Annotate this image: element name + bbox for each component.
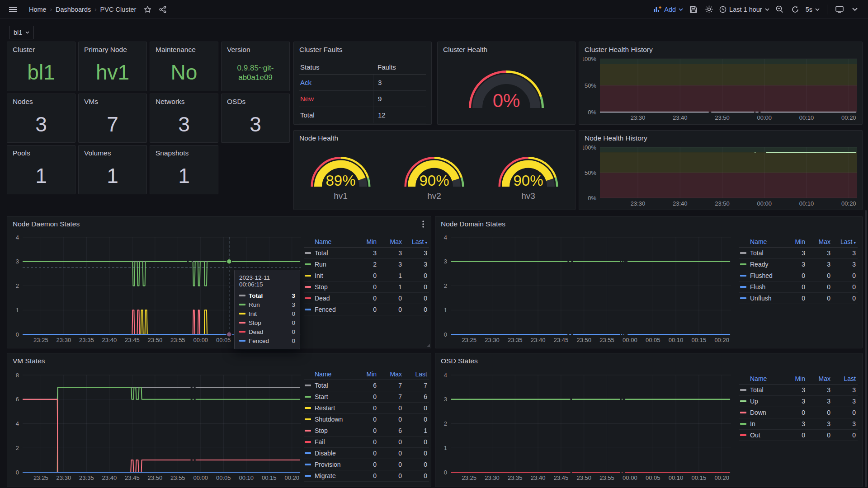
legend-series-toggle[interactable]: Migrate bbox=[304, 472, 353, 479]
legend-series-toggle[interactable]: Flushed bbox=[739, 272, 782, 279]
legend-series-toggle[interactable]: Disable bbox=[304, 450, 353, 457]
panel-title[interactable]: Maintenance bbox=[156, 46, 196, 54]
legend-series-toggle[interactable]: Init bbox=[304, 272, 353, 279]
legend-series-toggle[interactable]: Restart bbox=[304, 404, 353, 412]
legend-series-toggle[interactable]: Total bbox=[304, 382, 353, 389]
legend-header-max[interactable]: Max bbox=[378, 238, 404, 245]
panel-title[interactable]: Node Health bbox=[299, 134, 338, 142]
svg-text:4: 4 bbox=[444, 235, 447, 241]
favorite-button[interactable] bbox=[141, 3, 154, 16]
legend-header-max[interactable]: Max bbox=[807, 238, 832, 245]
legend-series-toggle[interactable]: Start bbox=[304, 393, 353, 400]
node-health-history-chart[interactable]: 0%50%100%23:3023:4023:5000:0000:1000:20 bbox=[583, 145, 859, 208]
legend-header-name[interactable]: Name bbox=[304, 371, 353, 378]
osd-states-chart[interactable]: 0123423:2523:3023:3523:4023:4523:5023:55… bbox=[439, 372, 734, 484]
legend-header-max[interactable]: Max bbox=[378, 371, 404, 378]
panel-title[interactable]: Volumes bbox=[84, 149, 111, 157]
dashboard-settings-button[interactable] bbox=[702, 3, 716, 16]
breadcrumb-current[interactable]: PVC Cluster bbox=[98, 6, 139, 13]
panel-title[interactable]: Primary Node bbox=[84, 46, 127, 54]
panel-title[interactable]: Cluster bbox=[13, 46, 35, 54]
legend-header-last[interactable]: Last bbox=[832, 375, 858, 382]
legend-header-name[interactable]: Name bbox=[304, 238, 353, 245]
legend-series-toggle[interactable]: Ready bbox=[739, 261, 782, 268]
legend-series-toggle[interactable]: Total bbox=[739, 249, 782, 257]
panel-title[interactable]: VM States bbox=[13, 357, 45, 365]
svg-text:23:55: 23:55 bbox=[170, 474, 185, 481]
toolbar-collapse-button[interactable] bbox=[848, 3, 862, 16]
node-domain-states-chart[interactable]: 0123423:2523:3023:3523:4023:4523:5023:55… bbox=[439, 235, 734, 345]
legend-max-value: 0 bbox=[378, 295, 404, 302]
panel-title[interactable]: OSD States bbox=[441, 357, 478, 365]
share-button[interactable] bbox=[156, 3, 170, 16]
legend-series-toggle[interactable]: In bbox=[739, 420, 782, 427]
time-range-picker[interactable]: Last 1 hour bbox=[717, 3, 771, 16]
tv-mode-button[interactable] bbox=[833, 3, 846, 16]
panel-resize-handle[interactable] bbox=[427, 344, 430, 347]
legend-header-min[interactable]: Min bbox=[782, 238, 807, 245]
panel-node-health: Node Health 89%hv1 90%hv2 90%hv3 bbox=[293, 130, 576, 210]
legend-series-toggle[interactable]: Run bbox=[304, 261, 353, 268]
legend-series-toggle[interactable]: Fail bbox=[304, 438, 353, 446]
time-range-label: Last 1 hour bbox=[729, 6, 762, 13]
legend-header-last[interactable]: Last bbox=[404, 371, 429, 378]
panel-title[interactable]: Nodes bbox=[13, 98, 33, 106]
panel-title[interactable]: Cluster Health History bbox=[585, 46, 653, 54]
legend-header-max[interactable]: Max bbox=[807, 375, 832, 382]
legend-header-min[interactable]: Min bbox=[782, 375, 807, 382]
svg-text:2: 2 bbox=[444, 420, 447, 427]
panel-title[interactable]: Cluster Faults bbox=[299, 46, 343, 54]
legend-series-toggle[interactable]: Down bbox=[739, 409, 782, 416]
faults-col-status[interactable]: Status bbox=[299, 63, 373, 71]
legend-series-toggle[interactable]: Shutdown bbox=[304, 416, 353, 423]
legend-series-toggle[interactable]: Total bbox=[304, 249, 353, 257]
panel-title[interactable]: VMs bbox=[84, 98, 98, 106]
panel-title[interactable]: Node Daemon States bbox=[13, 220, 80, 228]
panel-title[interactable]: Pools bbox=[13, 149, 30, 157]
panel-menu-kebab-icon[interactable] bbox=[419, 220, 427, 228]
legend-min-value: 0 bbox=[353, 450, 378, 457]
legend-header-min[interactable]: Min bbox=[353, 371, 378, 378]
legend-header-last[interactable]: Last▾ bbox=[832, 238, 858, 245]
legend-series-toggle[interactable]: Stop bbox=[304, 427, 353, 434]
add-panel-button[interactable]: Add bbox=[652, 3, 685, 16]
refresh-button[interactable] bbox=[788, 3, 802, 16]
save-dashboard-button[interactable] bbox=[687, 3, 700, 16]
clock-icon bbox=[719, 6, 726, 13]
legend-header-min[interactable]: Min bbox=[353, 238, 378, 245]
legend-series-toggle[interactable]: Provision bbox=[304, 461, 353, 468]
legend-last-value: 0 bbox=[404, 404, 429, 412]
legend-series-toggle[interactable]: Total bbox=[739, 386, 782, 394]
legend-series-toggle[interactable]: Unflush bbox=[739, 295, 782, 302]
legend-series-toggle[interactable]: Flush bbox=[739, 283, 782, 291]
menu-toggle-button[interactable] bbox=[6, 3, 20, 16]
panel-title[interactable]: Node Health History bbox=[585, 134, 647, 142]
zoom-out-time-button[interactable] bbox=[773, 3, 787, 16]
page-scrollbar[interactable] bbox=[865, 210, 867, 487]
legend-header-last[interactable]: Last▾ bbox=[404, 238, 429, 245]
legend-min-value: 0 bbox=[782, 295, 807, 302]
panel-title[interactable]: Networks bbox=[156, 98, 185, 106]
vm-states-chart[interactable]: 0246823:2523:3023:3523:4023:4523:5023:55… bbox=[11, 372, 304, 484]
panel-title[interactable]: Snapshots bbox=[156, 149, 189, 157]
panel-title[interactable]: Version bbox=[227, 46, 250, 54]
breadcrumb-dashboards[interactable]: Dashboards bbox=[53, 6, 94, 13]
variable-dropdown[interactable]: bl1 bbox=[9, 26, 34, 39]
panel-cluster-health: Cluster Health 0% bbox=[437, 42, 576, 125]
legend-series-toggle[interactable]: Out bbox=[739, 432, 782, 439]
legend-series-toggle[interactable]: Up bbox=[739, 398, 782, 405]
refresh-interval-dropdown[interactable]: 5s bbox=[804, 3, 821, 16]
legend-series-toggle[interactable]: Fenced bbox=[304, 306, 353, 313]
panel-title[interactable]: Cluster Health bbox=[443, 46, 487, 54]
legend-header-name[interactable]: Name bbox=[739, 375, 782, 382]
panel-title[interactable]: OSDs bbox=[227, 98, 245, 106]
legend-last-value: 0 bbox=[404, 295, 429, 302]
legend-header-name[interactable]: Name bbox=[739, 238, 782, 245]
legend-series-toggle[interactable]: Stop bbox=[304, 283, 353, 291]
panel-primary-node: Primary Node hv1 bbox=[78, 42, 147, 91]
breadcrumb-home[interactable]: Home bbox=[26, 6, 49, 13]
cluster-health-history-chart[interactable]: 0%50%100%23:3023:4023:5000:0000:1000:20 bbox=[583, 56, 859, 122]
faults-col-faults[interactable]: Faults bbox=[373, 60, 426, 74]
legend-series-toggle[interactable]: Dead bbox=[304, 295, 353, 302]
panel-title[interactable]: Node Domain States bbox=[441, 220, 505, 228]
